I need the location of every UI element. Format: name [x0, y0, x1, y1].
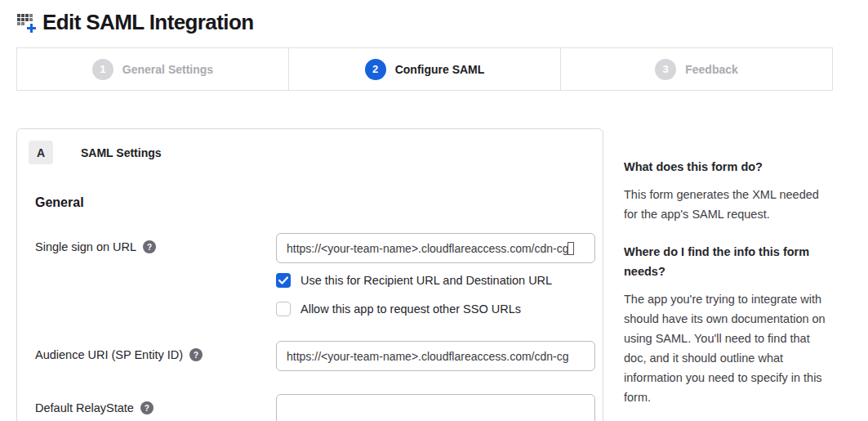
- question-mark-icon[interactable]: ?: [140, 401, 154, 414]
- edit-saml-integration-page: Edit SAML Integration 1 General Settings…: [0, 0, 868, 421]
- other-sso-urls-checkbox-row[interactable]: Allow this app to request other SSO URLs: [276, 302, 595, 316]
- audience-uri-value: https://<your-team-name>.cloudflareacces…: [287, 350, 569, 363]
- general-group-heading: General: [35, 195, 585, 210]
- saml-settings-panel: A SAML Settings General Single sign on U…: [16, 128, 603, 421]
- default-relaystate-label: Default RelayState: [35, 401, 134, 414]
- step-label: Feedback: [685, 63, 738, 76]
- app-grid-add-icon: [16, 11, 38, 33]
- text-cursor: [568, 242, 574, 255]
- checkbox-unchecked-icon[interactable]: [276, 302, 291, 316]
- audience-uri-input[interactable]: https://<your-team-name>.cloudflareacces…: [276, 341, 595, 371]
- section-header: A SAML Settings: [29, 141, 585, 164]
- page-title: Edit SAML Integration: [42, 10, 253, 35]
- step-number-badge: 3: [655, 59, 676, 80]
- single-sign-on-url-field-row: Single sign on URL ? https://<your-team-…: [35, 233, 585, 316]
- plus-icon: [27, 24, 36, 33]
- step-number-badge: 2: [365, 59, 386, 80]
- section-title: SAML Settings: [81, 146, 162, 159]
- audience-uri-field-row: Audience URI (SP Entity ID) ? https://<y…: [35, 341, 585, 371]
- question-mark-icon[interactable]: ?: [189, 348, 203, 361]
- help-heading-what: What does this form do?: [624, 157, 833, 177]
- step-label: Configure SAML: [395, 63, 485, 76]
- default-relaystate-input[interactable]: [276, 394, 595, 421]
- page-header: Edit SAML Integration: [16, 7, 833, 38]
- single-sign-on-url-input[interactable]: https://<your-team-name>.cloudflareacces…: [276, 233, 595, 263]
- other-sso-urls-checkbox-label: Allow this app to request other SSO URLs: [300, 302, 521, 316]
- recipient-url-checkbox-row[interactable]: Use this for Recipient URL and Destinati…: [276, 273, 595, 288]
- step-feedback[interactable]: 3 Feedback: [560, 48, 832, 90]
- wizard-steps-bar: 1 General Settings 2 Configure SAML 3 Fe…: [16, 47, 833, 91]
- step-label: General Settings: [122, 63, 213, 76]
- help-paragraph-where: The app you're trying to integrate with …: [624, 289, 833, 407]
- step-number-badge: 1: [92, 59, 114, 80]
- single-sign-on-url-value: https://<your-team-name>.cloudflareacces…: [287, 242, 569, 255]
- section-a-badge: A: [29, 141, 53, 164]
- recipient-url-checkbox-label: Use this for Recipient URL and Destinati…: [300, 274, 552, 287]
- checkbox-checked-icon[interactable]: [276, 273, 291, 288]
- help-heading-where: Where do I find the info this form needs…: [624, 242, 833, 281]
- step-configure-saml[interactable]: 2 Configure SAML: [288, 48, 560, 90]
- step-general-settings[interactable]: 1 General Settings: [17, 48, 288, 90]
- help-paragraph-what: This form generates the XML needed for t…: [624, 185, 833, 224]
- help-sidebar: What does this form do? This form genera…: [624, 128, 833, 421]
- default-relaystate-field-row: Default RelayState ? If no value is set,…: [35, 394, 585, 421]
- content-area: A SAML Settings General Single sign on U…: [16, 128, 833, 421]
- question-mark-icon[interactable]: ?: [143, 240, 156, 253]
- audience-uri-label: Audience URI (SP Entity ID): [35, 348, 183, 361]
- single-sign-on-url-label: Single sign on URL: [35, 240, 136, 253]
